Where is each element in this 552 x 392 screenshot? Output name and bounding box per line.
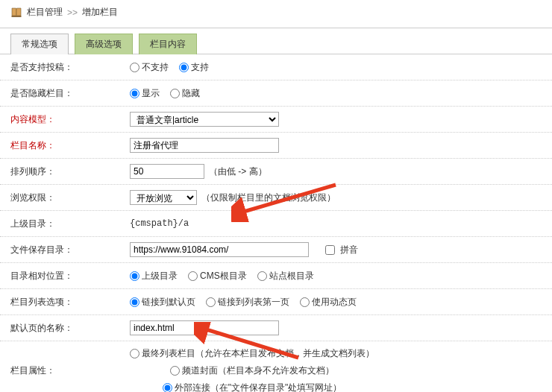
book-icon (10, 7, 22, 19)
radio-support-no[interactable]: 不支持 (130, 61, 169, 74)
radio-relpos-parent[interactable]: 上级目录 (130, 270, 178, 282)
label-default-page: 默认页的名称： (10, 322, 130, 335)
input-column-name[interactable] (130, 138, 279, 153)
tab-general[interactable]: 常规选项 (10, 34, 69, 54)
radio-relpos-siteroot[interactable]: 站点根目录 (257, 270, 314, 282)
radio-prop-listpage[interactable]: 最终列表栏目（允许在本栏目发布文档，并生成文档列表） (130, 347, 374, 360)
tab-advanced[interactable]: 高级选项 (75, 34, 133, 54)
label-support: 是否支持投稿： (10, 61, 130, 74)
checkbox-pinyin[interactable]: 拼音 (322, 243, 358, 257)
radio-support-yes[interactable]: 支持 (179, 61, 209, 74)
label-save-dir: 文件保存目录： (10, 244, 130, 256)
radio-prop-external[interactable]: 外部连接（在"文件保存目录"处填写网址） (163, 382, 342, 392)
breadcrumb-section[interactable]: 栏目管理 (27, 6, 63, 19)
label-order: 排列顺序： (10, 165, 130, 178)
radio-listopt-dynamic[interactable]: 使用动态页 (300, 296, 357, 309)
label-relpos: 目录相对位置： (10, 270, 130, 282)
label-parent-dir: 上级目录： (10, 218, 130, 230)
label-hide: 是否隐藏栏目： (10, 87, 130, 100)
breadcrumb-separator: >> (67, 7, 78, 18)
label-prop: 栏目属性： (10, 364, 130, 377)
label-column-name: 栏目名称： (10, 139, 130, 152)
radio-listopt-firstpage[interactable]: 链接到列表第一页 (206, 296, 289, 309)
radio-hide-hide[interactable]: 隐藏 (170, 87, 200, 100)
breadcrumb: 栏目管理 >> 增加栏目 (0, 0, 552, 28)
select-content-model[interactable]: 普通文章|article (130, 112, 279, 127)
input-save-dir[interactable] (130, 242, 309, 257)
radio-relpos-cmsroot[interactable]: CMS根目录 (188, 270, 247, 282)
text-parent-dir: {cmspath}/a (130, 218, 189, 229)
label-content-model: 内容模型： (10, 113, 130, 126)
label-listopt: 栏目列表选项： (10, 296, 130, 309)
breadcrumb-page: 增加栏目 (82, 6, 118, 19)
tabs: 常规选项 高级选项 栏目内容 (0, 28, 552, 54)
tab-content[interactable]: 栏目内容 (139, 34, 197, 54)
hint-order: （由低 -> 高） (209, 165, 267, 178)
radio-hide-show[interactable]: 显示 (130, 87, 160, 100)
radio-listopt-default[interactable]: 链接到默认页 (130, 296, 195, 309)
hint-browse: （仅限制栏目里的文档浏览权限） (201, 192, 336, 204)
select-browse[interactable]: 开放浏览 (130, 190, 197, 205)
radio-prop-channel[interactable]: 频道封面（栏目本身不允许发布文档） (170, 364, 334, 377)
input-default-page[interactable] (130, 320, 279, 335)
input-order[interactable] (130, 164, 204, 179)
label-browse: 浏览权限： (10, 192, 130, 204)
svg-rect-0 (12, 16, 22, 17)
